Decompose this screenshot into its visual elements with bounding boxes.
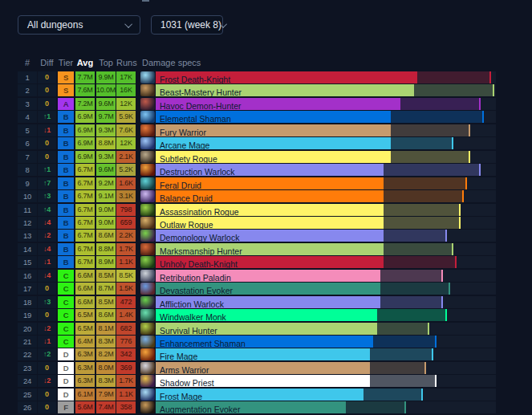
spec-name-label: Fury Warrior [156, 127, 206, 136]
rank-cell: 14 [18, 243, 37, 255]
table-row[interactable]: 230D6.3M8.0M369Arms Warrior [0, 362, 532, 374]
spec-name-label: Devastation Evoker [156, 285, 233, 295]
rank-cell: 16 [18, 270, 37, 282]
top-damage-cell: 8.8M [96, 243, 116, 255]
top-damage-cell: 8.8M [96, 137, 116, 149]
spec-name-label: Enhancement Shaman [156, 338, 246, 348]
table-row[interactable]: 30A7.2M9.6M12KHavoc Demon-Hunter [0, 98, 532, 110]
avg-damage-bar: Balance Druid [156, 190, 384, 202]
top-damage-cell: 7.4M [96, 401, 116, 413]
rank-diff-cell: ↑4 [38, 204, 56, 216]
app-root: All dungeons 1031 (week 8) # Diff Tier A… [0, 0, 532, 415]
top-damage-cell: 8.9M [96, 256, 116, 268]
avg-damage-bar: Shadow Priest [156, 375, 370, 387]
tier-badge: A [58, 98, 74, 110]
table-row[interactable]: 22↑2D6.3M8.2M342Fire Mage [0, 348, 532, 360]
table-row[interactable]: 8↑1B6.7M9.6M5.2KDestruction Warlock [0, 164, 532, 176]
table-row[interactable]: 4↑1B6.9M9.7M5.9KElemental Shaman [0, 111, 532, 123]
avg-damage-bar: Survival Hunter [156, 323, 377, 335]
table-row[interactable]: 14↓4B6.7M8.8M1.7KMarksmanship Hunter [0, 243, 532, 255]
tier-badge: B [58, 243, 74, 255]
damage-bar-track: Survival Hunter [156, 323, 496, 335]
avg-damage-cell: 6.7M [75, 190, 95, 202]
rank-diff-cell: 0 [38, 309, 56, 321]
table-row[interactable]: 10↑3B6.7M9.1M3.1KBalance Druid [0, 190, 532, 202]
table-row[interactable]: 60B6.9M8.8M12KArcane Mage [0, 137, 532, 149]
runs-cell: 1.1K [116, 389, 136, 401]
rank-cell: 5 [18, 124, 37, 136]
rank-diff-cell: ↓4 [38, 270, 56, 282]
table-row[interactable]: 18↑3C6.6M8.5M472Affliction Warlock [0, 296, 532, 308]
damage-bar-track: Retribution Paladin [156, 270, 496, 282]
avg-damage-cell: 7.2M [75, 98, 95, 110]
runs-cell: 798 [116, 204, 136, 216]
avg-damage-cell: 6.7M [75, 243, 95, 255]
rank-diff-cell: ↓1 [38, 336, 56, 348]
table-row[interactable]: 24↓2D6.3M8.3M1.7KShadow Priest [0, 375, 532, 387]
tier-badge: F [58, 401, 74, 413]
table-row[interactable]: 20↓2C6.5M8.1M682Survival Hunter [0, 323, 532, 335]
destruction-warlock-icon [140, 164, 155, 176]
avg-damage-bar: Feral Druid [156, 177, 384, 189]
avg-damage-bar: Outlaw Rogue [156, 217, 384, 229]
top-damage-cell: 9.0M [96, 204, 116, 216]
top-damage-cell: 8.6M [96, 230, 116, 242]
table-body: 10S7.7M9.9M17KFrost Death-Knight20S7.6M1… [0, 0, 532, 415]
table-row[interactable]: 9↑7B6.7M9.2M1.6KFeral Druid [0, 177, 532, 189]
avg-damage-bar: Arms Warrior [156, 362, 370, 374]
damage-bar-track: Havoc Demon-Hunter [156, 98, 496, 110]
rank-diff-cell: ↓2 [38, 375, 56, 387]
spec-name-label: Arms Warrior [156, 364, 209, 374]
avg-damage-cell: 6.3M [75, 348, 95, 360]
enhancement-shaman-icon [140, 336, 155, 348]
rank-cell: 7 [18, 151, 37, 163]
table-row[interactable]: 5↓1B6.9M9.3M7.6KFury Warrior [0, 124, 532, 136]
avg-damage-cell: 6.6M [75, 296, 95, 308]
tier-badge: D [58, 362, 74, 374]
rank-cell: 1 [18, 71, 37, 83]
top-damage-cell: 9.3M [96, 124, 116, 136]
balance-druid-icon [140, 190, 155, 202]
avg-damage-bar: Arcane Mage [156, 137, 391, 149]
rank-diff-cell: ↑2 [38, 348, 56, 360]
spec-name-label: Survival Hunter [156, 325, 217, 335]
top-damage-cell: 8.0M [96, 362, 116, 374]
runs-cell: 17K [116, 71, 136, 83]
table-row[interactable]: 11↑4B6.7M9.0M798Assassination Rogue [0, 204, 532, 216]
damage-bar-track: Feral Druid [156, 177, 496, 189]
table-row[interactable]: 13↓2B6.7M8.6M2.2KDemonology Warlock [0, 230, 532, 242]
table-row[interactable]: 10S7.7M9.9M17KFrost Death-Knight [0, 71, 532, 83]
table-row[interactable]: 15↓1B6.7M8.9M1.1KUnholy Death-Knight [0, 256, 532, 268]
table-row[interactable]: 21↓1C6.4M8.3M776Enhancement Shaman [0, 336, 532, 348]
spec-name-label: Unholy Death-Knight [156, 258, 238, 268]
avg-damage-bar: Demonology Warlock [156, 230, 384, 242]
table-row[interactable]: 16↓4C6.6M8.5M8.5KRetribution Paladin [0, 270, 532, 282]
fury-warrior-icon [140, 124, 155, 136]
tier-badge: B [58, 204, 74, 216]
tier-badge: B [58, 151, 74, 163]
table-row[interactable]: 190C6.5M8.6M1.4KWindwalker Monk [0, 309, 532, 321]
spec-name-label: Affliction Warlock [156, 299, 224, 308]
runs-cell: 5.9K [116, 111, 136, 123]
rank-diff-cell: ↓2 [38, 230, 56, 242]
rank-cell: 19 [18, 309, 37, 321]
runs-cell: 1.4K [116, 309, 136, 321]
table-row[interactable]: 250D6.1M7.9M1.1KFrost Mage [0, 389, 532, 401]
affliction-warlock-icon [140, 296, 155, 308]
table-row[interactable]: 260F5.6M7.4M358Augmentation Evoker [0, 401, 532, 413]
rank-diff-cell: 0 [38, 151, 56, 163]
table-row[interactable]: 170C6.6M8.7M1.5KDevastation Evoker [0, 283, 532, 295]
table-row[interactable]: 20S7.6M10.0M16KBeast-Mastery Hunter [0, 84, 532, 96]
avg-damage-bar: Enhancement Shaman [156, 336, 373, 348]
rank-diff-cell: ↑3 [38, 190, 56, 202]
rank-diff-cell: 0 [38, 362, 56, 374]
table-row[interactable]: 12↓4B6.7M9.0M659Outlaw Rogue [0, 217, 532, 229]
table-row[interactable]: 70B6.9M9.3M2.1KSubtlety Rogue [0, 151, 532, 163]
tier-badge: C [58, 270, 74, 282]
tier-badge: B [58, 164, 74, 176]
top-damage-cell: 8.5M [96, 270, 116, 282]
rank-cell: 9 [18, 177, 37, 189]
avg-damage-cell: 6.9M [75, 111, 95, 123]
rank-diff-cell: ↓4 [38, 243, 56, 255]
outlaw-rogue-icon [140, 217, 155, 229]
